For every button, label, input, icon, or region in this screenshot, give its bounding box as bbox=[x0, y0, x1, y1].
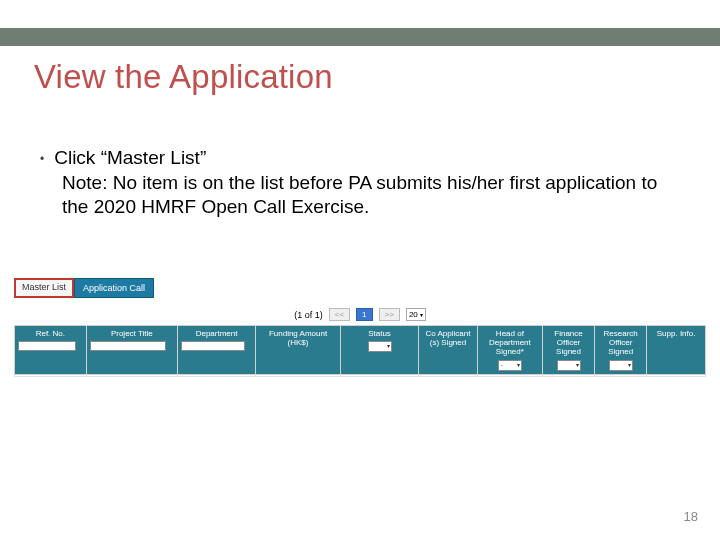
col-header-ref-no-label: Ref. No. bbox=[36, 329, 65, 338]
col-header-status: Status ▾ bbox=[340, 326, 418, 375]
pagination-bar: (1 of 1) << 1 >> 20 ▾ bbox=[14, 304, 706, 325]
col-header-hod: Head of Department Signed* ▾ bbox=[477, 326, 542, 375]
col-header-funding: Funding Amount (HK$) bbox=[256, 326, 341, 375]
col-header-hod-label: Head of Department Signed* bbox=[489, 329, 531, 356]
table-header-row: Ref. No. Project Title Department Fundin… bbox=[15, 326, 706, 375]
filter-input-department[interactable] bbox=[181, 341, 245, 351]
col-header-project-title: Project Title bbox=[86, 326, 177, 375]
chevron-down-icon: ▾ bbox=[576, 362, 579, 369]
col-header-funding-label: Funding Amount (HK$) bbox=[269, 329, 327, 347]
pagination-current-page: 1 bbox=[356, 308, 372, 321]
col-header-department: Department bbox=[177, 326, 255, 375]
pagination-summary: (1 of 1) bbox=[294, 310, 323, 320]
col-header-research-label: Research Officer Signed bbox=[604, 329, 638, 356]
slide: View the Application • Click “Master Lis… bbox=[0, 0, 720, 540]
bullet-text: Click “Master List” bbox=[54, 146, 206, 171]
col-header-supp-info-label: Supp. Info. bbox=[657, 329, 696, 338]
bullet-item: • Click “Master List” bbox=[40, 146, 670, 171]
tab-master-list[interactable]: Master List bbox=[14, 278, 74, 298]
col-header-department-label: Department bbox=[196, 329, 238, 338]
slide-title: View the Application bbox=[34, 58, 333, 96]
col-header-ref-no: Ref. No. bbox=[15, 326, 87, 375]
col-header-supp-info: Supp. Info. bbox=[647, 326, 706, 375]
pagination-next-button[interactable]: >> bbox=[379, 308, 400, 321]
chevron-down-icon: ▾ bbox=[517, 362, 520, 369]
filter-select-hod[interactable]: ▾ bbox=[498, 360, 522, 371]
top-decor-bar bbox=[0, 28, 720, 46]
col-header-finance-label: Finance Officer Signed bbox=[554, 329, 582, 356]
col-header-finance: Finance Officer Signed ▾ bbox=[542, 326, 594, 375]
pagination-prev-button[interactable]: << bbox=[329, 308, 350, 321]
filter-select-status[interactable]: ▾ bbox=[368, 341, 392, 352]
filter-input-project-title[interactable] bbox=[90, 341, 166, 351]
chevron-down-icon: ▾ bbox=[420, 311, 423, 318]
note-text: Note: No item is on the list before PA s… bbox=[62, 171, 670, 220]
pagination-page-size-select[interactable]: 20 ▾ bbox=[406, 308, 426, 321]
pagination-page-size-value: 20 bbox=[409, 310, 418, 319]
table-row bbox=[15, 374, 706, 376]
page-number: 18 bbox=[684, 509, 698, 524]
filter-select-research[interactable]: ▾ bbox=[609, 360, 633, 371]
col-header-status-label: Status bbox=[368, 329, 391, 338]
col-header-research: Research Officer Signed ▾ bbox=[595, 326, 647, 375]
app-screenshot: Master List Application Call (1 of 1) <<… bbox=[14, 278, 706, 377]
col-header-co-applicant-label: Co Applicant (s) Signed bbox=[425, 329, 470, 347]
col-header-co-applicant: Co Applicant (s) Signed bbox=[419, 326, 478, 375]
chevron-down-icon: ▾ bbox=[628, 362, 631, 369]
tab-application-call[interactable]: Application Call bbox=[74, 278, 154, 298]
col-header-project-title-label: Project Title bbox=[111, 329, 153, 338]
tab-strip: Master List Application Call bbox=[14, 278, 706, 298]
filter-select-finance[interactable]: ▾ bbox=[557, 360, 581, 371]
body-text: • Click “Master List” Note: No item is o… bbox=[40, 146, 670, 220]
master-list-table: Ref. No. Project Title Department Fundin… bbox=[14, 325, 706, 377]
filter-input-ref-no[interactable] bbox=[18, 341, 76, 351]
chevron-down-icon: ▾ bbox=[387, 343, 390, 350]
bullet-dot-icon: • bbox=[40, 152, 44, 168]
